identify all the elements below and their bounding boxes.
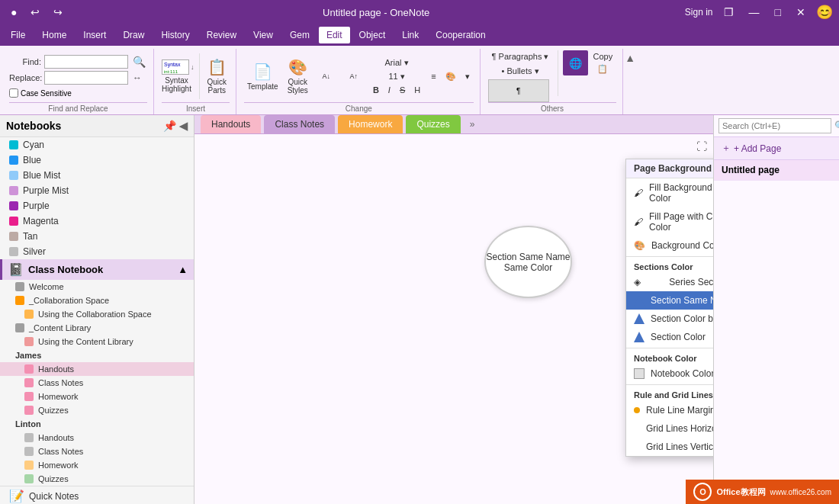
sidebar-james-homework[interactable]: Homework xyxy=(0,390,194,403)
sidebar-james-quizzes[interactable]: Quizzes xyxy=(0,403,194,417)
class-notebook-label: Class Notebook xyxy=(28,264,103,275)
dropdown-section-same-name[interactable]: Section Same Name Same Color xyxy=(626,291,713,310)
menu-review[interactable]: Review xyxy=(199,27,244,43)
dropdown-menu: Page Background 🖌 Fill Background with P… xyxy=(625,159,713,457)
font-family-button[interactable]: Arial ▾ xyxy=(369,56,424,69)
add-page-button[interactable]: ＋ + Add Page xyxy=(714,137,839,160)
menu-home[interactable]: Home xyxy=(34,27,74,43)
font-size-up-button[interactable]: A↑ xyxy=(342,70,366,82)
sidebar-item-blue-mist[interactable]: Blue Mist xyxy=(0,168,194,183)
menu-view[interactable]: View xyxy=(246,27,281,43)
sidebar-james-handouts[interactable]: Handouts xyxy=(0,362,194,376)
grid-horizontal-label: Grid Lines Horizontal Color xyxy=(646,423,713,434)
strikethrough-button[interactable]: S xyxy=(396,84,409,96)
ribbon-scroll-up[interactable]: ▲ xyxy=(625,52,635,64)
menu-history[interactable]: History xyxy=(153,27,197,43)
sidebar-item-magenta[interactable]: Magenta xyxy=(0,213,194,229)
sidebar-item-purple[interactable]: Purple xyxy=(0,198,194,213)
back-button[interactable]: ● xyxy=(6,5,21,20)
paste-icon-button[interactable]: 📋 xyxy=(590,63,617,75)
maximize-button[interactable]: □ xyxy=(770,5,786,20)
sidebar-linton-classnotes[interactable]: Class Notes xyxy=(0,445,194,458)
bullets-button[interactable]: • Bullets ▾ xyxy=(488,65,553,78)
find-search-icon[interactable]: 🔍 xyxy=(131,56,147,68)
sidebar-item-purple-mist[interactable]: Purple Mist xyxy=(0,183,194,198)
sidebar-james-classnotes[interactable]: Class Notes xyxy=(0,376,194,390)
template-button[interactable]: 📄 Template xyxy=(244,60,281,93)
replace-input[interactable] xyxy=(44,71,128,85)
class-notebook-header[interactable]: 📓 Class Notebook ▲ xyxy=(0,259,194,280)
menu-object[interactable]: Object xyxy=(352,27,394,43)
sidebar-quick-notes[interactable]: 📝 Quick Notes xyxy=(0,486,194,504)
tab-classnotes[interactable]: Class Notes xyxy=(264,115,335,133)
search-input[interactable] xyxy=(718,118,831,133)
sidebar-item-blue[interactable]: Blue xyxy=(0,152,194,168)
dropdown-fill-page[interactable]: 🖌 Fill Page with Current Section Color xyxy=(626,207,713,236)
replace-icon[interactable]: ↔ xyxy=(131,72,143,83)
dropdown-series-sections[interactable]: ◈ Series Sections Color ▶ xyxy=(626,273,713,291)
sidebar-linton-homework[interactable]: Homework xyxy=(0,458,194,472)
search-icon[interactable]: 🔍 xyxy=(834,120,839,131)
page-resize-icon[interactable]: ⛶ xyxy=(696,140,707,152)
sidebar-item-using-content[interactable]: Using the Content Library xyxy=(0,335,194,348)
sidebar-item-using-collaboration[interactable]: Using the Collaboration Space xyxy=(0,307,194,321)
more-button[interactable]: ▾ xyxy=(461,70,474,83)
sidebar-item-content-library[interactable]: _Content Library xyxy=(0,321,194,335)
menu-link[interactable]: Link xyxy=(394,27,426,43)
tab-quizzes[interactable]: Quizzes xyxy=(406,115,460,133)
quick-styles-button[interactable]: 🎨 Quick Styles xyxy=(284,56,311,97)
dropdown-rule-margin[interactable]: Rule Line Margin Color xyxy=(626,401,713,419)
dropdown-background-color[interactable]: 🎨 Background Color xyxy=(626,236,713,255)
align-left-button[interactable]: ≡ xyxy=(427,70,439,83)
dropdown-fill-background[interactable]: 🖌 Fill Background with Pick Up Color ▶ xyxy=(626,178,713,207)
dropdown-section-color[interactable]: Section Color xyxy=(626,328,713,346)
sidebar-linton-header[interactable]: Linton xyxy=(0,417,194,431)
close-button[interactable]: ✕ xyxy=(792,5,810,20)
page-item-untitled[interactable]: Untitled page xyxy=(714,160,839,181)
menu-cooperation[interactable]: Cooperation xyxy=(428,27,493,43)
purple-mist-color-dot xyxy=(9,186,18,195)
case-sensitive-checkbox[interactable] xyxy=(9,88,18,98)
sidebar-linton-quizzes[interactable]: Quizzes xyxy=(0,472,194,486)
sidebar-item-welcome[interactable]: Welcome xyxy=(0,280,194,294)
quick-parts-button[interactable]: 📋 Quick Parts xyxy=(204,56,230,97)
tab-homework[interactable]: Homework xyxy=(338,115,403,133)
italic-button[interactable]: I xyxy=(384,84,394,96)
sidebar-linton-handouts[interactable]: Handouts xyxy=(0,431,194,445)
undo-button[interactable]: ↩ xyxy=(26,5,44,20)
paragraphs-button[interactable]: ¶ Paragraphs ▾ xyxy=(488,50,553,63)
menu-file[interactable]: File xyxy=(3,27,33,43)
menu-gem[interactable]: Gem xyxy=(282,27,317,43)
bold-button[interactable]: B xyxy=(369,84,383,96)
sidebar-item-silver[interactable]: Silver xyxy=(0,244,194,259)
dropdown-grid-vertical[interactable]: Grid Lines Vertical Color xyxy=(626,438,713,456)
menu-draw[interactable]: Draw xyxy=(115,27,152,43)
color-picker-button[interactable]: 🎨 xyxy=(442,70,460,83)
sign-in-link[interactable]: Sign in xyxy=(685,7,713,18)
menu-insert[interactable]: Insert xyxy=(76,27,114,43)
copy-button[interactable]: Copy xyxy=(590,50,617,63)
dropdown-notebook-color[interactable]: Notebook Color xyxy=(626,364,713,383)
collapse-icon[interactable]: ▲ xyxy=(178,264,188,275)
pin-icon[interactable]: 📌 xyxy=(163,120,176,132)
sidebar-item-cyan[interactable]: Cyan xyxy=(0,137,194,152)
tab-more[interactable]: » xyxy=(464,115,481,133)
redo-button[interactable]: ↪ xyxy=(49,5,67,20)
syntax-highlight-button[interactable]: Syntax Highlight xyxy=(162,76,194,93)
dropdown-section-color-notebook[interactable]: Section Color by Notebook xyxy=(626,310,713,328)
font-size-button[interactable]: 11 ▾ xyxy=(369,70,424,83)
sidebar-item-tan[interactable]: Tan xyxy=(0,229,194,244)
minimize-button[interactable]: — xyxy=(744,5,764,20)
tab-handouts[interactable]: Handouts xyxy=(201,115,261,133)
menu-edit[interactable]: Edit xyxy=(319,27,350,43)
sidebar-item-collaboration[interactable]: _Collaboration Space xyxy=(0,294,194,307)
sidebar-james-header[interactable]: James xyxy=(0,348,194,362)
font-size-down-button[interactable]: A↓ xyxy=(314,70,339,82)
highlight-button[interactable]: H xyxy=(410,84,424,96)
globe-icon-button[interactable]: 🌐 xyxy=(563,50,588,75)
restore-button[interactable]: ❐ xyxy=(719,5,738,20)
find-input[interactable] xyxy=(44,55,128,69)
back-nav-icon[interactable]: ◀ xyxy=(179,120,188,132)
dropdown-grid-horizontal[interactable]: Grid Lines Horizontal Color xyxy=(626,419,713,438)
title-bar-right: Sign in ❐ — □ ✕ 😊 xyxy=(685,4,833,21)
